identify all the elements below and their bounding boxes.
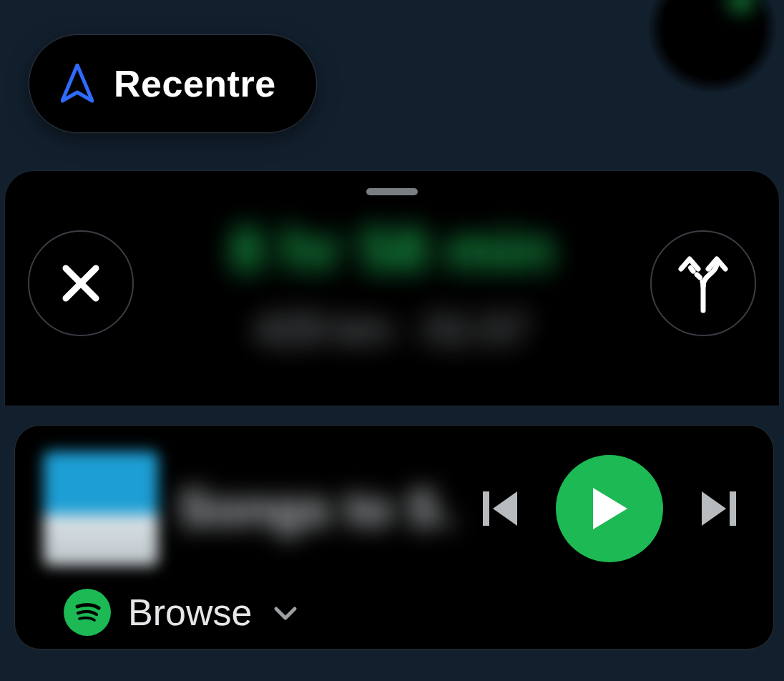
eta-info[interactable]: 8 hr 58 min 429 km · 01:57 — [134, 214, 650, 353]
play-button[interactable] — [556, 455, 663, 562]
spotify-icon — [64, 589, 111, 636]
media-top-row: Songs to S… — [44, 449, 745, 569]
svg-rect-3 — [730, 491, 736, 526]
previous-track-button[interactable] — [474, 480, 529, 537]
alternate-routes-icon — [675, 253, 731, 313]
navigation-eta-card: 8 hr 58 min 429 km · 01:57 — [4, 170, 780, 406]
skip-previous-icon — [481, 487, 521, 530]
media-controls — [474, 455, 745, 562]
chevron-down-icon — [273, 606, 298, 624]
nav-row: 8 hr 58 min 429 km · 01:57 — [25, 214, 759, 353]
album-art[interactable] — [44, 451, 158, 566]
track-title: Songs to S… — [178, 480, 454, 537]
recentre-label: Recentre — [114, 62, 276, 105]
alternate-routes-button[interactable] — [650, 230, 756, 336]
skip-next-icon — [697, 487, 738, 530]
close-icon — [59, 261, 103, 305]
media-player-card: Songs to S… — [14, 425, 774, 650]
close-navigation-button[interactable] — [28, 230, 134, 336]
recentre-button[interactable]: Recentre — [29, 34, 317, 133]
play-icon — [589, 485, 630, 532]
drag-handle[interactable] — [366, 188, 418, 195]
browse-button[interactable]: Browse — [44, 589, 745, 636]
svg-rect-2 — [483, 491, 489, 526]
eta-time: 8 hr 58 min — [230, 214, 554, 285]
next-track-button[interactable] — [690, 480, 745, 537]
profile-avatar-partial — [648, 0, 777, 93]
navigation-arrow-icon — [61, 64, 94, 104]
eta-details: 429 km · 01:57 — [255, 305, 529, 353]
browse-label: Browse — [128, 591, 252, 634]
